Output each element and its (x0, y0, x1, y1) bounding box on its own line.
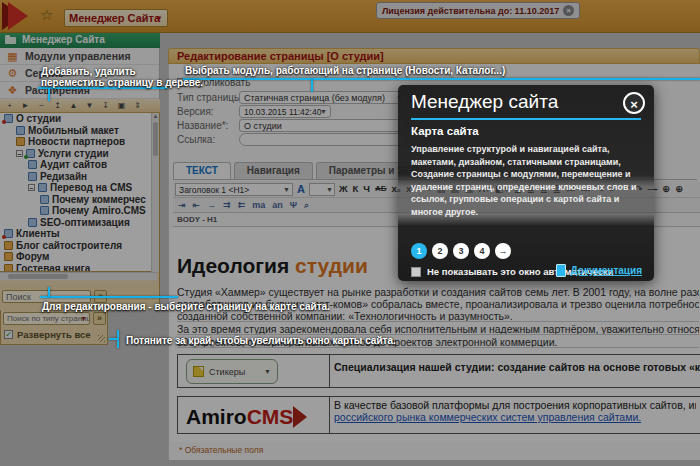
tooltip-line (109, 338, 118, 340)
pagination-dot-5[interactable]: → (495, 243, 511, 259)
tooltip-line (48, 287, 50, 297)
tooltip-line (183, 78, 700, 80)
tooltip-line (48, 88, 50, 101)
tooltip-line (40, 296, 178, 298)
modal-description: Управление структурой и навигацией сайта… (411, 143, 643, 218)
close-icon[interactable]: × (623, 92, 645, 114)
pagination-dot-3[interactable]: 3 (453, 243, 469, 259)
modal-accent-rule (411, 118, 641, 120)
tooltip-select-page: Для редактирования - выберите страницу н… (42, 301, 330, 312)
modal-pagination: 1234→ (411, 243, 511, 259)
book-icon (556, 264, 566, 277)
dont-show-checkbox[interactable] (411, 267, 421, 277)
pagination-dot-1[interactable]: 1 (411, 243, 427, 259)
modal-section-title: Карта сайта (411, 125, 479, 137)
tooltip-module-select: Выбрать модуль, работающий на странице (… (185, 65, 505, 76)
tooltip-resize-panel: Потяните за край, чтобы увеличить окно к… (126, 335, 396, 346)
screen: ☆ Менеджер Сайта ▼ Лицензия действительн… (0, 0, 700, 466)
tooltip-tree-toolbar: Добавить, удалитьпереместить страницу в … (41, 66, 203, 88)
intro-modal: Менеджер сайта × Карта сайта Управление … (398, 85, 654, 281)
pagination-dot-4[interactable]: 4 (474, 243, 490, 259)
modal-title: Менеджер сайта (411, 91, 558, 113)
pagination-dot-2[interactable]: 2 (432, 243, 448, 259)
tooltip-line (311, 79, 313, 92)
documentation-link[interactable]: Документация (556, 264, 642, 277)
